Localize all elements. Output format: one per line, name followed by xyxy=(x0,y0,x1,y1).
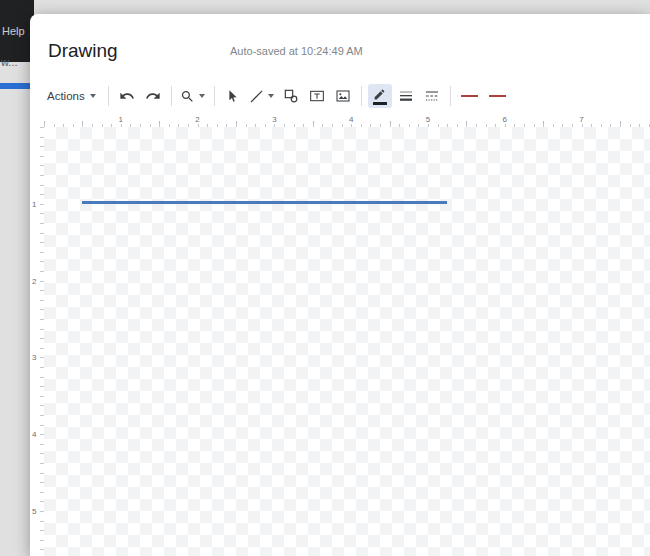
line-dash-icon xyxy=(424,88,440,104)
toolbar-separator xyxy=(361,86,362,106)
chevron-down-icon xyxy=(90,94,96,98)
vertical-ruler: 1 2 3 4 5 xyxy=(30,127,44,556)
shape-tool-button[interactable] xyxy=(279,84,303,108)
horizontal-ruler: 1 2 3 4 5 6 7 xyxy=(44,114,650,127)
drawing-canvas[interactable] xyxy=(44,127,650,556)
ruler-number: 3 xyxy=(32,352,36,363)
zoom-icon xyxy=(180,89,195,104)
ruler-number: 4 xyxy=(347,115,355,124)
toolbar-separator xyxy=(108,86,109,106)
line-weight-button[interactable] xyxy=(394,84,418,108)
line-tool-button[interactable] xyxy=(247,84,277,108)
line-end-button[interactable] xyxy=(485,84,511,108)
line-start-button[interactable] xyxy=(457,84,483,108)
chevron-down-icon xyxy=(268,94,274,98)
chevron-down-icon xyxy=(199,94,205,98)
ruler-number: 1 xyxy=(117,115,125,124)
line-dash-button[interactable] xyxy=(420,84,444,108)
ruler-number: 1 xyxy=(32,198,36,209)
ruler-number: 5 xyxy=(32,506,36,517)
toolbar-separator xyxy=(214,86,215,106)
drawn-line[interactable] xyxy=(82,201,447,204)
actions-button[interactable]: Actions xyxy=(39,84,102,108)
line-icon xyxy=(249,89,264,104)
ruler-number: 4 xyxy=(32,429,36,440)
current-color-bar xyxy=(373,102,387,105)
line-color-button[interactable] xyxy=(368,84,392,108)
dialog-title: Drawing xyxy=(48,40,118,62)
toolbar-separator xyxy=(450,86,451,106)
zoom-button[interactable] xyxy=(178,84,208,108)
drawing-dialog: Drawing Auto-saved at 10:24:49 AM Action… xyxy=(30,14,650,556)
undo-button[interactable] xyxy=(115,84,139,108)
toolbar: Actions xyxy=(38,82,512,110)
redo-icon xyxy=(145,88,161,104)
line-weight-icon xyxy=(398,88,414,104)
ruler-number: 6 xyxy=(501,115,509,124)
screen: Help w... Drawing Auto-saved at 10:24:49… xyxy=(0,0,650,556)
ruler-number: 2 xyxy=(32,275,36,286)
pencil-icon xyxy=(373,88,386,101)
autosave-status: Auto-saved at 10:24:49 AM xyxy=(230,45,363,57)
select-tool-button[interactable] xyxy=(221,84,245,108)
image-icon xyxy=(335,88,351,104)
line-end-icon xyxy=(489,95,506,97)
ruler-number: 2 xyxy=(193,115,201,124)
image-button[interactable] xyxy=(331,84,355,108)
shape-icon xyxy=(283,88,299,104)
ruler-number: 7 xyxy=(577,115,585,124)
toolbar-separator xyxy=(171,86,172,106)
line-start-icon xyxy=(461,95,478,97)
text-box-icon xyxy=(309,88,325,104)
actions-label: Actions xyxy=(47,90,85,102)
cursor-icon xyxy=(225,89,240,104)
undo-icon xyxy=(119,88,135,104)
ruler-number: 3 xyxy=(270,115,278,124)
ruler-number: 5 xyxy=(424,115,432,124)
text-box-button[interactable] xyxy=(305,84,329,108)
redo-button[interactable] xyxy=(141,84,165,108)
